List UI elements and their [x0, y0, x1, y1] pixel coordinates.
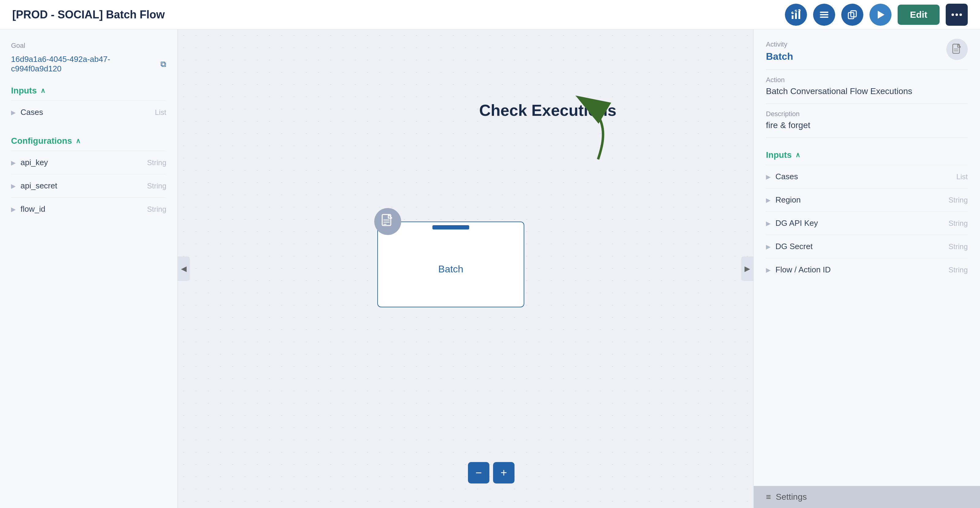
right-flow-action-id-label: ▶ Flow / Action ID [766, 265, 831, 274]
api-secret-label: api_secret [21, 181, 57, 191]
api-key-triangle-icon[interactable]: ▶ [11, 159, 16, 166]
goal-copy-icon[interactable]: ⧉ [161, 59, 166, 69]
divider-1 [766, 70, 968, 70]
list-item: ▶ Cases List [766, 165, 968, 188]
svg-rect-7 [820, 14, 829, 15]
batch-node-top-bar [433, 225, 469, 229]
right-inputs-label: Inputs [766, 150, 792, 160]
zoom-out-button[interactable]: − [468, 462, 489, 484]
list-item: ▶ flow_id String [11, 197, 166, 221]
analytics-button[interactable] [785, 4, 807, 26]
configurations-section: Configurations ∧ ▶ api_key String ▶ api_… [11, 136, 166, 221]
copy-icon [847, 10, 858, 20]
right-dg-api-key-type: String [948, 219, 968, 228]
action-label: Action [766, 76, 968, 84]
right-flow-action-id-triangle-icon[interactable]: ▶ [766, 266, 770, 274]
batch-node-icon [374, 208, 401, 235]
copy-button[interactable] [841, 4, 863, 26]
right-panel: Activity Batch Action Batch Conversation… [753, 29, 980, 508]
canvas-area: ◀ ▶ Batch Check Executions [178, 29, 753, 508]
cases-row-label: ▶ Cases [11, 108, 43, 117]
right-panel-doc-button[interactable] [946, 38, 968, 60]
divider-2 [766, 104, 968, 104]
goal-id: 16d9a1a6-4045-492a-ab47-c994f0a9d120 ⧉ [11, 54, 166, 73]
list-item: ▶ api_secret String [11, 174, 166, 197]
batch-node-label: Batch [438, 263, 463, 275]
settings-label: Settings [776, 492, 807, 502]
doc-icon [952, 43, 962, 55]
right-panel-footer[interactable]: ≡ Settings [754, 486, 980, 508]
right-cases-triangle-icon[interactable]: ▶ [766, 173, 770, 180]
more-button[interactable] [946, 4, 968, 26]
canvas-toggle-right-button[interactable]: ▶ [741, 256, 753, 281]
svg-point-12 [951, 13, 954, 16]
canvas-toggle-left-button[interactable]: ◀ [178, 256, 190, 281]
api-secret-row-label: ▶ api_secret [11, 181, 57, 191]
inputs-label: Inputs [11, 86, 37, 96]
batch-node[interactable]: Batch [377, 221, 524, 307]
api-key-row-label: ▶ api_key [11, 158, 48, 167]
right-inputs-chevron-icon: ∧ [795, 151, 800, 159]
right-region-type: String [948, 196, 968, 204]
page-title: [PROD - SOCIAL] Batch Flow [12, 8, 165, 21]
svg-marker-11 [878, 11, 885, 19]
right-cases-type: List [956, 172, 968, 181]
play-button[interactable] [869, 4, 891, 26]
right-cases-name: Cases [775, 172, 798, 182]
more-icon [951, 13, 962, 16]
zoom-controls: − + [468, 462, 514, 484]
list-item: ▶ Flow / Action ID String [766, 258, 968, 281]
right-dg-secret-triangle-icon[interactable]: ▶ [766, 243, 770, 250]
svg-point-13 [956, 13, 958, 16]
flow-id-label: flow_id [21, 204, 45, 214]
configurations-chevron-icon: ∧ [76, 137, 81, 145]
api-secret-triangle-icon[interactable]: ▶ [11, 182, 16, 190]
right-dg-secret-name: DG Secret [775, 242, 813, 251]
inputs-chevron-icon: ∧ [40, 87, 45, 95]
right-dg-api-key-triangle-icon[interactable]: ▶ [766, 220, 770, 227]
settings-icon: ≡ [766, 492, 771, 502]
right-dg-api-key-label: ▶ DG API Key [766, 218, 818, 228]
batch-node-card[interactable]: Batch [377, 221, 524, 307]
right-dg-secret-type: String [948, 242, 968, 251]
right-dg-secret-label: ▶ DG Secret [766, 242, 813, 251]
right-panel-header: Activity Batch Action Batch Conversation… [754, 29, 980, 150]
header-actions: Edit [785, 4, 968, 26]
list-item: ▶ api_key String [11, 151, 166, 174]
activity-value: Batch [766, 51, 968, 62]
svg-rect-6 [820, 12, 829, 13]
goal-section: Goal 16d9a1a6-4045-492a-ab47-c994f0a9d12… [11, 42, 166, 73]
svg-rect-0 [792, 15, 794, 19]
annotation-area: Check Executions [479, 101, 616, 119]
list-item: ▶ DG Secret String [766, 235, 968, 258]
header: [PROD - SOCIAL] Batch Flow [0, 0, 980, 29]
left-sidebar: Goal 16d9a1a6-4045-492a-ab47-c994f0a9d12… [0, 29, 178, 508]
right-inputs-header: Inputs ∧ [766, 150, 968, 160]
action-value: Batch Conversational Flow Executions [766, 86, 968, 96]
analytics-icon [791, 9, 802, 20]
api-secret-type: String [147, 182, 166, 190]
right-flow-action-id-type: String [948, 266, 968, 274]
svg-rect-8 [820, 16, 829, 18]
annotation-arrow [525, 92, 623, 172]
right-region-label: ▶ Region [766, 195, 800, 205]
cases-type: List [155, 108, 166, 117]
goal-id-value: 16d9a1a6-4045-492a-ab47-c994f0a9d120 [11, 54, 157, 73]
cases-triangle-icon[interactable]: ▶ [11, 109, 16, 116]
edit-button[interactable]: Edit [897, 5, 940, 25]
list-button[interactable] [813, 4, 835, 26]
api-key-type: String [147, 158, 166, 167]
api-key-label: api_key [21, 158, 48, 167]
cases-label: Cases [21, 108, 43, 117]
activity-label: Activity [766, 40, 968, 48]
right-region-triangle-icon[interactable]: ▶ [766, 196, 770, 204]
batch-file-icon [381, 214, 395, 229]
zoom-in-button[interactable]: + [493, 462, 514, 484]
play-icon [875, 10, 886, 20]
svg-rect-2 [799, 11, 800, 19]
list-item: ▶ Region String [766, 188, 968, 212]
inputs-section: Inputs ∧ ▶ Cases List [11, 86, 166, 124]
flow-id-triangle-icon[interactable]: ▶ [11, 205, 16, 213]
flow-id-type: String [147, 205, 166, 213]
list-icon [819, 9, 830, 20]
